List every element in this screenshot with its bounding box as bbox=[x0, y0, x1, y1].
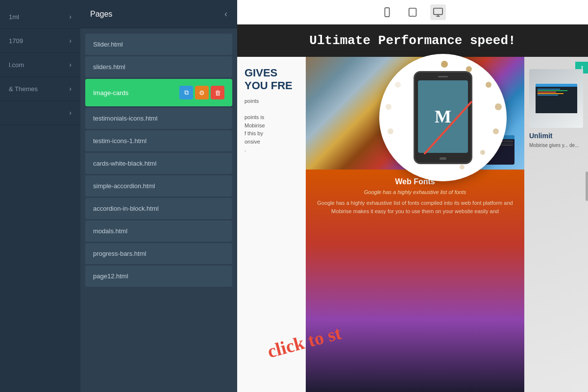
preview-banner: Ultimate Performance speed! bbox=[237, 24, 588, 57]
left-sidebar: 1ml › 1709 › l.com › & Themes › › bbox=[0, 0, 80, 392]
page-name-sliders: sliders.html bbox=[93, 63, 224, 71]
page-item-actions: ⧉ ⚙ 🗑 bbox=[179, 86, 224, 99]
svg-point-10 bbox=[495, 103, 502, 110]
page-item-simple-accordion[interactable]: simple-accordion.html bbox=[85, 175, 232, 196]
trash-icon: 🗑 bbox=[215, 89, 221, 97]
mobile-view-button[interactable] bbox=[379, 4, 395, 20]
page-name-testim-icons-1: testim-icons-1.html bbox=[93, 137, 224, 145]
pages-header: Pages ‹ bbox=[80, 0, 237, 28]
gear-icon: ⚙ bbox=[199, 89, 205, 97]
page-name-simple-accordion: simple-accordion.html bbox=[93, 182, 224, 190]
page-name-page12: page12.html bbox=[93, 272, 224, 280]
page-item-testim-icons-1[interactable]: testim-icons-1.html bbox=[85, 130, 232, 151]
svg-point-7 bbox=[441, 61, 448, 68]
sidebar-item-2[interactable]: 1709 › bbox=[0, 29, 80, 53]
right-col-text: Mobirise gives y... de... bbox=[529, 142, 583, 149]
page-item-progress-bars[interactable]: progress-bars.html bbox=[85, 243, 232, 264]
card-subtitle: Google has a highly exhaustive list of f… bbox=[314, 189, 516, 195]
tablet-view-button[interactable] bbox=[405, 4, 420, 20]
magnifier-circle: M bbox=[379, 54, 507, 181]
page-name-cards-white-black: cards-white-black.html bbox=[93, 160, 224, 167]
sidebar-label-themes: & Themes bbox=[9, 85, 38, 93]
pages-title: Pages bbox=[90, 10, 112, 19]
page-name-accordion-in-block: accordion-in-block.html bbox=[93, 205, 224, 212]
spinner-svg bbox=[381, 55, 507, 181]
svg-rect-0 bbox=[385, 7, 389, 16]
page-name-image-cards: Image-cards bbox=[93, 89, 179, 97]
svg-point-13 bbox=[460, 165, 465, 170]
svg-rect-4 bbox=[434, 8, 442, 14]
settings-page-button[interactable]: ⚙ bbox=[195, 86, 209, 99]
sidebar-item-5[interactable]: › bbox=[0, 101, 80, 125]
svg-point-15 bbox=[386, 104, 392, 110]
pages-panel: Pages ‹ Slider.html sliders.html Image-c… bbox=[80, 0, 237, 392]
preview-right-col: t bbox=[524, 57, 588, 392]
page-name-testimonials-icons: testimonials-icons.html bbox=[93, 115, 224, 122]
page-name-modals: modals.html bbox=[93, 227, 224, 235]
page-item-cards-white-black[interactable]: cards-white-black.html bbox=[85, 153, 232, 174]
sidebar-label-1: 1ml bbox=[9, 13, 19, 21]
pages-list: Slider.html sliders.html Image-cards ⧉ ⚙… bbox=[80, 28, 237, 392]
banner-text: Ultimate Performance speed! bbox=[309, 33, 515, 48]
magnifier-overlay: M bbox=[379, 54, 507, 181]
page-item-modals[interactable]: modals.html bbox=[85, 220, 232, 242]
page-item-image-cards[interactable]: Image-cards ⧉ ⚙ 🗑 bbox=[85, 79, 232, 106]
sidebar-label-3: l.com bbox=[9, 61, 24, 69]
page-item-testimonials-icons[interactable]: testimonials-icons.html bbox=[85, 108, 232, 129]
right-col-title: Unlimit bbox=[529, 132, 583, 140]
svg-line-17 bbox=[425, 102, 471, 153]
chevron-right-icon-4: › bbox=[69, 85, 72, 93]
sidebar-item-3[interactable]: l.com › bbox=[0, 53, 80, 77]
card-body: Google has a highly exhaustive list of f… bbox=[314, 199, 516, 215]
page-item-sliders[interactable]: sliders.html bbox=[85, 56, 232, 77]
right-image bbox=[529, 69, 583, 128]
page-item-slider[interactable]: Slider.html bbox=[85, 34, 232, 55]
chevron-right-icon-2: › bbox=[69, 37, 72, 45]
chevron-right-icon-3: › bbox=[69, 61, 72, 69]
preview-area: Ultimate Performance speed! GIVES YOU FR… bbox=[237, 24, 588, 392]
chevron-right-icon-5: › bbox=[69, 109, 72, 117]
toolbar bbox=[237, 0, 588, 24]
preview-heading: GIVES YOU FRE bbox=[245, 67, 298, 92]
preview-text-col: GIVES YOU FRE points points is Mobirise … bbox=[237, 57, 306, 392]
scroll-indicator[interactable] bbox=[586, 172, 588, 201]
copy-icon: ⧉ bbox=[184, 89, 189, 97]
page-name-progress-bars: progress-bars.html bbox=[93, 250, 224, 257]
card-text-section: Web Fonts Google has a highly exhaustive… bbox=[306, 170, 524, 392]
sidebar-item-themes[interactable]: & Themes › bbox=[0, 77, 80, 101]
svg-point-9 bbox=[486, 82, 491, 88]
preview-sub-text: points points is Mobirise f this by onsi… bbox=[245, 97, 298, 154]
page-name-slider: Slider.html bbox=[93, 41, 224, 48]
close-pages-button[interactable]: ‹ bbox=[224, 9, 227, 19]
sidebar-label-2: 1709 bbox=[9, 37, 23, 45]
main-content: Ultimate Performance speed! GIVES YOU FR… bbox=[237, 0, 588, 392]
copy-page-button[interactable]: ⧉ bbox=[179, 86, 193, 99]
delete-page-button[interactable]: 🗑 bbox=[211, 86, 224, 99]
svg-point-11 bbox=[493, 128, 499, 134]
svg-point-12 bbox=[480, 150, 485, 155]
page-item-accordion-in-block[interactable]: accordion-in-block.html bbox=[85, 198, 232, 219]
sidebar-item-1[interactable]: 1ml › bbox=[0, 5, 80, 29]
right-col-content: Unlimit Mobirise gives y... de... bbox=[524, 64, 588, 154]
preview-frame: Ultimate Performance speed! GIVES YOU FR… bbox=[237, 24, 588, 392]
desktop-view-button[interactable] bbox=[430, 4, 446, 20]
chevron-right-icon-1: › bbox=[69, 13, 72, 21]
svg-point-16 bbox=[395, 82, 401, 88]
svg-point-8 bbox=[466, 66, 472, 72]
svg-point-14 bbox=[388, 128, 393, 134]
page-item-page12[interactable]: page12.html bbox=[85, 266, 232, 287]
